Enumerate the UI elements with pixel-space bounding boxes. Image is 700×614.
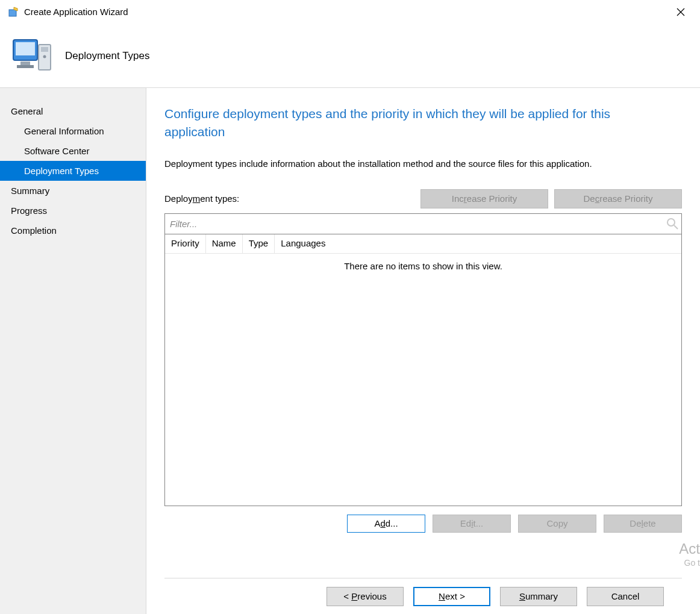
svg-rect-6 (20, 61, 30, 65)
wizard-icon (10, 35, 54, 77)
table-empty-message: There are no items to show in this view. (165, 254, 681, 271)
column-header-name[interactable]: Name (206, 234, 243, 253)
filter-input[interactable] (164, 213, 682, 234)
add-button[interactable]: Add... (347, 515, 425, 533)
decrease-priority-button[interactable]: Decrease Priority (554, 189, 682, 208)
svg-rect-0 (9, 10, 16, 16)
next-button[interactable]: Next > (413, 587, 490, 606)
summary-button[interactable]: Summary (500, 587, 577, 606)
increase-priority-button[interactable]: Increase Priority (420, 189, 548, 208)
delete-button[interactable]: Delete (604, 515, 682, 533)
svg-point-10 (43, 55, 46, 58)
sidebar-item-software-center[interactable]: Software Center (0, 141, 146, 161)
svg-point-11 (667, 219, 675, 226)
sidebar-item-completion[interactable]: Completion (0, 221, 146, 240)
app-icon (8, 7, 19, 17)
headline: Configure deployment types and the prior… (164, 105, 670, 142)
copy-button[interactable]: Copy (518, 515, 596, 533)
close-button[interactable] (667, 3, 694, 21)
wizard-nav-bar: < Previous Next > Summary Cancel (164, 578, 682, 614)
svg-rect-7 (17, 65, 34, 68)
deployment-types-row: Deployment types: Increase Priority Decr… (164, 189, 682, 208)
table-header: PriorityNameTypeLanguages (165, 234, 681, 254)
svg-line-12 (674, 225, 678, 229)
description: Deployment types include information abo… (164, 158, 682, 169)
table-action-row: Add... Edit... Copy Delete (164, 506, 682, 533)
column-header-type[interactable]: Type (243, 234, 275, 253)
deployment-types-label: Deployment types: (164, 193, 239, 204)
wizard-main: Configure deployment types and the prior… (146, 88, 700, 614)
window-title: Create Application Wizard (24, 7, 667, 17)
title-bar: Create Application Wizard (0, 0, 700, 24)
sidebar-item-general[interactable]: General (0, 101, 146, 121)
page-title: Deployment Types (65, 50, 149, 62)
activation-watermark: Act Go t (679, 540, 700, 568)
cancel-button[interactable]: Cancel (587, 587, 664, 606)
deployment-types-table: PriorityNameTypeLanguages There are no i… (164, 234, 682, 506)
wizard-sidebar: GeneralGeneral InformationSoftware Cente… (0, 88, 146, 614)
sidebar-item-progress[interactable]: Progress (0, 201, 146, 221)
wizard-header: Deployment Types (0, 24, 700, 88)
sidebar-item-general-information[interactable]: General Information (0, 121, 146, 141)
svg-rect-9 (41, 47, 48, 52)
column-header-languages[interactable]: Languages (275, 234, 331, 253)
previous-button[interactable]: < Previous (327, 587, 404, 606)
column-header-priority[interactable]: Priority (165, 234, 206, 253)
sidebar-item-deployment-types[interactable]: Deployment Types (0, 161, 146, 181)
search-icon (666, 218, 678, 230)
sidebar-item-summary[interactable]: Summary (0, 181, 146, 201)
svg-rect-5 (16, 42, 35, 55)
close-icon (677, 8, 685, 16)
filter-wrap (164, 213, 682, 234)
wizard-body: GeneralGeneral InformationSoftware Cente… (0, 88, 700, 614)
edit-button[interactable]: Edit... (433, 515, 511, 533)
